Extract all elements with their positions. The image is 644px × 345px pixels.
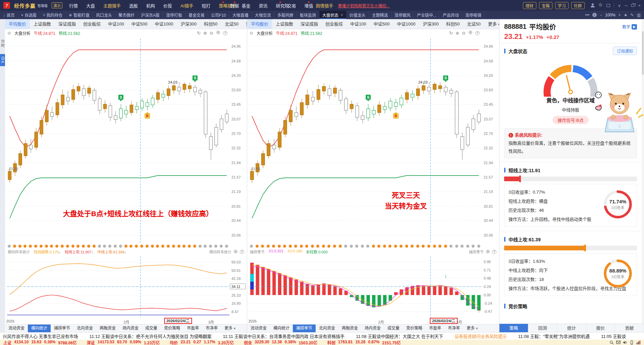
indicator-tab-9[interactable]: 市净率	[202, 325, 221, 332]
nav-item-19[interactable]: 产品异动	[440, 11, 462, 19]
indicator-tab-1[interactable]: 横向统计	[28, 325, 51, 332]
sidebar-tab-1[interactable]: 回测	[528, 324, 557, 332]
message-icon[interactable]	[616, 340, 621, 345]
nav-item-12[interactable]: 多股同屏	[274, 11, 297, 19]
menu-item-7[interactable]: 短打	[202, 2, 210, 9]
gear-icon[interactable]	[233, 249, 238, 254]
index-tab-2[interactable]: 深证成指	[55, 19, 79, 29]
indicator-tab-more[interactable]: 更多▼	[463, 325, 482, 332]
indicator-tab-0[interactable]: 流动资金	[5, 325, 28, 332]
teach-link[interactable]: 教学 ▶	[622, 24, 637, 30]
indicator-tab-0[interactable]: 流动资金	[247, 325, 270, 332]
indicator-tab-6[interactable]: 成交量	[384, 325, 403, 332]
indicator-tab-5[interactable]: 场内资金	[119, 325, 142, 332]
index-tab-8[interactable]: 科创50	[442, 19, 463, 29]
index-tab-5[interactable]: 中证500	[370, 19, 393, 29]
nav-item-20[interactable]: 涨停棱镜	[462, 11, 485, 19]
indicator-tab-7[interactable]: 竞价策略	[161, 325, 183, 332]
nav-item-14[interactable]: 大盘状态×	[319, 11, 346, 19]
menu-item-4[interactable]: 机构	[146, 2, 155, 9]
edit-pen-icon[interactable]: ✎	[631, 13, 634, 17]
zoom-out-button[interactable]: −	[600, 13, 602, 17]
nav-item-13[interactable]: 板块监测	[297, 11, 319, 19]
menu-item-3[interactable]: 选股	[129, 2, 138, 9]
quick-button-2[interactable]: 学习	[555, 2, 569, 9]
gear-icon[interactable]	[598, 3, 603, 8]
index-tab-2[interactable]: 深证成指	[297, 19, 322, 29]
collapse-icon[interactable]: ⊖	[7, 31, 11, 36]
dropdown-tab-0[interactable]: 更多▼	[242, 19, 247, 29]
nav-item-9[interactable]: 公司F10	[208, 11, 229, 19]
skin-icon[interactable]	[606, 4, 610, 7]
nav-item-1[interactable]: ♥自选股	[18, 11, 40, 19]
close-icon[interactable]: ×	[341, 13, 343, 17]
nav-item-10[interactable]: 大咖直播	[229, 11, 252, 19]
nav-item-18[interactable]: 产业链中...	[414, 11, 440, 19]
collapse-icon[interactable]: ⊖	[250, 31, 253, 36]
nav-item-4[interactable]: 风口龙头	[93, 11, 115, 19]
menu-item-6[interactable]: AI猎手	[180, 2, 193, 9]
quick-button-1[interactable]: 宝箱	[539, 2, 552, 9]
close-button[interactable]: ×	[638, 3, 641, 8]
minimize-button[interactable]: ─	[625, 3, 628, 8]
nav-item-16[interactable]: 主题精选	[369, 11, 391, 19]
settings-gear-icon[interactable]	[468, 30, 473, 36]
nav-item-2[interactable]: ¥我的持仓	[40, 11, 66, 19]
indicator-tab-8[interactable]: 市盈率	[426, 325, 444, 332]
menu-item-1[interactable]: 大盘	[86, 2, 95, 9]
favorite-star-icon[interactable]: ★	[624, 13, 628, 17]
nav-item-8[interactable]: 基金交易	[185, 11, 208, 19]
indicator-tab-2[interactable]: 捕捞季节	[293, 325, 316, 332]
period-tab-1[interactable]: 日K	[0, 54, 5, 66]
nav-item-17[interactable]: 涨停跟风	[391, 11, 414, 19]
subchart-left[interactable]: 59.0350.6142.1834.1125.3316.908.47	[5, 255, 247, 319]
index-tab-4[interactable]: 中证100	[346, 19, 370, 29]
phone-icon[interactable]	[630, 340, 634, 345]
index-tab-8[interactable]: 科创50	[200, 19, 221, 29]
nav-item-11[interactable]: 大咖交流	[252, 11, 274, 19]
indicator-tab-4[interactable]: 两融资金	[338, 325, 361, 332]
index-tab-0[interactable]: 平均股价	[247, 19, 272, 29]
market-index-4[interactable]: 科创1763.8115.280.87%2151.75亿	[327, 340, 401, 345]
help-icon[interactable]: ?	[475, 31, 480, 35]
menu-item-14[interactable]: 增值	[304, 2, 307, 5]
help-icon[interactable]: ?	[240, 250, 244, 254]
subscribe-button[interactable]: 订阅通知	[613, 47, 637, 55]
refresh-icon[interactable]: ↻	[197, 31, 201, 36]
index-tab-9[interactable]: 北证50	[221, 19, 242, 29]
nav-item-15[interactable]: 价值龙头	[346, 11, 369, 19]
market-index-3[interactable]: 创业3229.3012.360.38%1503.20亿	[244, 340, 317, 345]
gear-icon[interactable]	[486, 249, 490, 254]
sidebar-tab-0[interactable]: 策略	[499, 324, 528, 332]
indicator-tab-4[interactable]: 两融资金	[96, 325, 119, 332]
nav-item-3[interactable]: ◉智能盯盘	[66, 11, 93, 19]
nav-item-6[interactable]: 沪深京A股	[138, 11, 163, 19]
candlestick-chart-left[interactable]: 24.9624.5824.2023.8323.4523.0722.7022.32…	[5, 37, 247, 244]
zoom-out-icon[interactable]: ⊖	[462, 31, 466, 36]
index-tab-9[interactable]: 北证50	[464, 19, 484, 29]
news-ticker[interactable]: 兴风作浪不得人心 无事生非已没有市场11:12 王毅谈中日关系：绝不允许任何人为…	[0, 332, 644, 340]
indicator-tab-6[interactable]: 成交量	[142, 325, 161, 332]
nav-item-5[interactable]: 聚杰微纤	[115, 11, 138, 19]
menu-item-13[interactable]: 交易	[287, 2, 296, 9]
sidebar-scrollbar[interactable]	[642, 19, 644, 324]
notice-icon[interactable]: !	[592, 13, 597, 17]
user-icon[interactable]	[591, 3, 595, 7]
menu-item-5[interactable]: 价投	[163, 2, 172, 9]
settings-gear-icon[interactable]	[216, 30, 220, 36]
market-index-0[interactable]: 上证4134.1015.630.38%9788.06亿	[3, 340, 77, 345]
menu-item-12[interactable]: 研究院	[276, 2, 279, 5]
indicator-tab-more[interactable]: 更多▼	[221, 325, 239, 332]
menu-item-15[interactable]: 舆情猎手	[316, 2, 333, 9]
refresh-icon[interactable]: ↻	[449, 31, 453, 36]
index-tab-4[interactable]: 中证100	[104, 19, 128, 29]
quick-button-3[interactable]: 社群	[571, 2, 585, 9]
zoom-out-icon[interactable]: ⊖	[210, 31, 213, 36]
dropdown-tab-0[interactable]: 更多▼	[484, 19, 499, 29]
nav-item-0[interactable]: ⌂首页	[0, 11, 18, 19]
promo-link[interactable]: 春播计划陪跑营正在火爆招...	[338, 3, 389, 8]
menu-item-2[interactable]: 主题猎手	[103, 2, 121, 9]
menu-item-11[interactable]: 资讯	[259, 2, 267, 9]
more-ellipsis-icon[interactable]: •••	[585, 13, 589, 17]
menu-item-8[interactable]: 策略猎手	[219, 2, 222, 5]
